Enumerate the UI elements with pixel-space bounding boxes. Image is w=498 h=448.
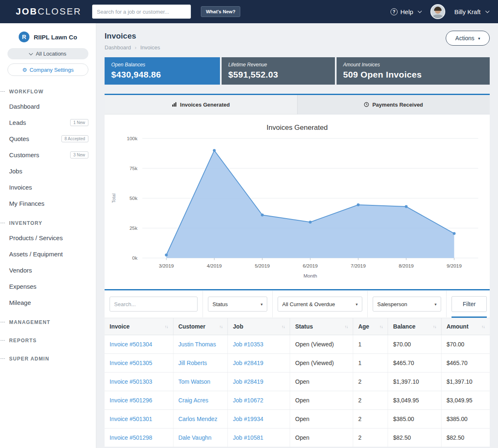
age-cell: 2 <box>353 410 388 429</box>
app-logo[interactable]: JOBCLOSER <box>16 6 81 17</box>
sidebar-item-assets-equipment[interactable]: Assets / Equipment <box>0 246 96 262</box>
sort-icon: ↑↓ <box>281 324 285 329</box>
sidebar-section-workflow[interactable]: WORKFLOW <box>0 83 96 98</box>
sidebar-item-label: Quotes <box>9 135 29 142</box>
balance-cell: $385.00 <box>388 410 442 429</box>
page-layout: R RIIPL Lawn Co All Locations ⚙ Company … <box>0 23 498 448</box>
current-overdue-select[interactable]: All Current & Overdue ▾ <box>278 297 362 312</box>
sidebar-item-label: Customers <box>9 151 39 158</box>
svg-text:100k: 100k <box>127 136 137 141</box>
company-switcher[interactable]: R RIIPL Lawn Co <box>0 32 96 42</box>
table-search-input[interactable] <box>110 297 198 312</box>
customer-link[interactable]: Dale Vaughn <box>178 434 212 441</box>
title-block: Invoices Dashboard›Invoices <box>105 31 160 51</box>
locations-label: All Locations <box>36 51 66 57</box>
salesperson-select[interactable]: Salesperson ▾ <box>373 297 441 312</box>
sidebar-item-label: Vendors <box>9 267 32 274</box>
invoices-chart: 0k25k50k75k100k3/20194/20195/20196/20197… <box>109 132 486 284</box>
invoice-cell: Invoice #501296 <box>105 391 173 410</box>
global-search-input[interactable] <box>92 5 191 19</box>
logo-light-text: CLOSER <box>38 6 81 17</box>
help-icon: ? <box>391 8 398 15</box>
customer-link[interactable]: Tom Watson <box>178 378 210 385</box>
status-cell: Open <box>290 373 353 391</box>
sidebar-item-leads[interactable]: Leads1 New <box>0 114 96 131</box>
sidebar-item-my-finances[interactable]: My Finances <box>0 195 96 212</box>
sidebar-item-vendors[interactable]: Vendors <box>0 262 96 278</box>
page-header: Invoices Dashboard›Invoices Actions ▾ <box>105 31 490 51</box>
sidebar-item-invoices[interactable]: Invoices <box>0 179 96 195</box>
sidebar-item-quotes[interactable]: Quotes8 Accepted <box>0 131 96 147</box>
sidebar-section-inventory[interactable]: INVENTORY <box>0 214 96 230</box>
actions-button[interactable]: Actions ▾ <box>446 31 490 46</box>
section-tick-icon <box>0 223 5 223</box>
column-header-invoice[interactable]: Invoice↑↓ <box>105 318 173 335</box>
sidebar-section-reports[interactable]: REPORTS <box>0 331 96 347</box>
stats-row: Open Balances$430,948.86Lifetime Revenue… <box>105 57 490 85</box>
invoice-link[interactable]: Invoice #501298 <box>110 434 152 441</box>
invoice-link[interactable]: Invoice #501303 <box>110 378 152 385</box>
stat-value: $430,948.86 <box>111 70 213 80</box>
invoice-link[interactable]: Invoice #501305 <box>110 360 152 366</box>
tab-label: Invoices Generated <box>180 102 230 108</box>
customer-link[interactable]: Craig Acres <box>178 397 208 404</box>
customer-link[interactable]: Carlos Mendez <box>178 416 217 422</box>
invoice-link[interactable]: Invoice #501304 <box>110 341 152 348</box>
column-header-balance[interactable]: Balance↑↓ <box>388 318 442 335</box>
tab-invoices-generated[interactable]: Invoices Generated <box>105 95 298 114</box>
sidebar-item-customers[interactable]: Customers3 New <box>0 147 96 163</box>
sidebar-item-expenses[interactable]: Expenses <box>0 278 96 295</box>
company-settings-button[interactable]: ⚙ Company Settings <box>7 63 88 76</box>
clock-icon <box>364 102 369 107</box>
section-label: INVENTORY <box>9 220 42 226</box>
invoice-link[interactable]: Invoice #501301 <box>110 416 152 422</box>
column-header-job[interactable]: Job↑↓ <box>228 318 290 335</box>
locations-dropdown[interactable]: All Locations <box>7 48 88 59</box>
job-link[interactable]: Job #10353 <box>233 341 263 348</box>
sidebar-section-management[interactable]: MANAGEMENT <box>0 313 96 329</box>
column-header-customer[interactable]: Customer↑↓ <box>173 318 228 335</box>
section-tick-icon <box>0 340 5 341</box>
sidebar-section-super-admin[interactable]: SUPER ADMIN <box>0 350 96 365</box>
balance-cell: $82.50 <box>388 429 442 447</box>
sidebar-item-jobs[interactable]: Jobs <box>0 163 96 179</box>
sidebar-item-label: Products / Services <box>9 234 63 241</box>
table-row: Invoice #501304Justin ThomasJob #10353Op… <box>105 335 490 354</box>
job-link[interactable]: Job #28419 <box>233 360 263 366</box>
sidebar-badge: 1 New <box>70 119 88 126</box>
job-link[interactable]: Job #28419 <box>233 378 263 385</box>
whats-new-button[interactable]: What's New? <box>201 6 240 17</box>
customer-link[interactable]: Justin Thomas <box>178 341 216 348</box>
job-link[interactable]: Job #10672 <box>233 397 263 404</box>
sidebar-item-dashboard[interactable]: Dashboard <box>0 98 96 114</box>
stat-label: Amount Invoices <box>343 62 483 68</box>
top-navbar: JOBCLOSER What's New? ? Help Billy Kraft <box>0 0 498 23</box>
sidebar-item-label: Expenses <box>9 283 37 290</box>
amount-cell: $82.50 <box>441 429 490 447</box>
sidebar-item-products-services[interactable]: Products / Services <box>0 230 96 246</box>
sidebar-item-mileage[interactable]: Mileage <box>0 295 96 311</box>
invoice-link[interactable]: Invoice #501296 <box>110 397 152 404</box>
balance-cell: $3,049.95 <box>388 391 442 410</box>
status-select[interactable]: Status ▾ <box>208 297 267 312</box>
breadcrumb-dashboard[interactable]: Dashboard <box>105 44 131 51</box>
column-label: Age <box>358 323 369 330</box>
column-header-age[interactable]: Age↑↓ <box>353 318 388 335</box>
bar-chart-icon <box>172 102 177 107</box>
svg-text:7/2019: 7/2019 <box>351 263 366 269</box>
amount-cell: $1,397.10 <box>441 373 490 391</box>
job-link[interactable]: Job #10581 <box>233 434 263 441</box>
help-menu[interactable]: ? Help <box>391 8 421 15</box>
invoices-table: Invoice↑↓Customer↑↓Job↑↓Status↑↓Age↑↓Bal… <box>105 318 490 447</box>
section-tick-icon <box>0 91 5 92</box>
filter-button[interactable]: Filter <box>452 296 487 312</box>
age-cell: 1 <box>353 335 388 354</box>
avatar[interactable] <box>430 4 445 19</box>
user-menu[interactable]: Billy Kraft <box>454 8 489 15</box>
tab-payments-received[interactable]: Payments Received <box>298 95 490 114</box>
column-header-amount[interactable]: Amount↑↓ <box>441 318 490 335</box>
column-header-status[interactable]: Status↑↓ <box>290 318 353 335</box>
customer-link[interactable]: Jill Roberts <box>178 360 207 366</box>
status-select-value: Status <box>212 301 228 307</box>
job-link[interactable]: Job #19934 <box>233 416 263 422</box>
